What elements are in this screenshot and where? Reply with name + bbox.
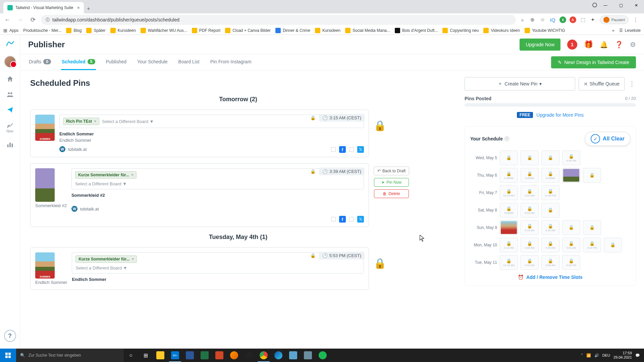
obs-app[interactable] bbox=[241, 349, 256, 362]
edge-app[interactable] bbox=[271, 349, 286, 362]
upgrade-button[interactable]: Upgrade Now bbox=[520, 39, 560, 51]
profile-avatar[interactable] bbox=[4, 56, 16, 68]
schedule-slot[interactable]: 🔒 bbox=[541, 203, 559, 218]
chrome-account-icon[interactable] bbox=[592, 3, 597, 7]
scheduled-time[interactable]: 🕐 5:53 PM (CEST) bbox=[319, 252, 365, 259]
bookmark-item[interactable]: Produktsuche - Mer... bbox=[23, 28, 61, 33]
board-placeholder[interactable]: Select a Different Board ▼ bbox=[102, 119, 154, 124]
notifications-icon[interactable]: 💬 bbox=[635, 353, 640, 358]
schedule-slot[interactable]: 🔒7:42 AM bbox=[521, 255, 539, 270]
bookmark-item[interactable]: Wahlfächer WU Aus... bbox=[141, 28, 187, 33]
cortana-icon[interactable]: ○ bbox=[123, 349, 138, 362]
apps-button[interactable]: ⊞Apps bbox=[3, 28, 18, 33]
schedule-slot[interactable]: 🔒3:48 AM bbox=[521, 238, 539, 252]
start-button[interactable] bbox=[0, 349, 16, 362]
url-input[interactable]: ⓘ tailwindapp.com/dashboard/publisher/qu… bbox=[41, 15, 516, 25]
back-icon[interactable]: ← bbox=[3, 15, 12, 24]
tailwind-logo-icon[interactable] bbox=[5, 39, 15, 48]
bookmark-overflow-icon[interactable]: » bbox=[612, 28, 614, 33]
close-window-icon[interactable]: ✕ bbox=[629, 0, 644, 11]
pin-thumbnail[interactable] bbox=[35, 168, 55, 202]
spotify-app[interactable] bbox=[315, 349, 330, 362]
schedule-slot[interactable]: 🔒9:00 AM bbox=[541, 255, 559, 270]
schedule-slot[interactable]: 🔒 bbox=[583, 220, 601, 235]
tray-clock[interactable]: 17:59 29.04.2021 bbox=[613, 351, 632, 360]
facebook-checkbox[interactable] bbox=[331, 217, 336, 222]
maximize-icon[interactable]: ▢ bbox=[613, 0, 629, 11]
twitter-checkbox[interactable] bbox=[349, 217, 354, 222]
bell-icon[interactable]: 🔔 bbox=[600, 41, 608, 49]
tailwind-create-button[interactable]: ✎ New! Design in Tailwind Create bbox=[551, 56, 636, 68]
bookmark-item[interactable]: Bois d'Argent Duft... bbox=[395, 28, 438, 33]
tray-language[interactable]: DEU bbox=[602, 353, 610, 357]
twitter-icon[interactable]: 𝕏 bbox=[357, 146, 364, 153]
pin-now-button[interactable]: ➤Pin Now bbox=[374, 178, 409, 187]
schedule-slot[interactable]: 🔒2:01 PM bbox=[583, 238, 601, 252]
schedule-slot[interactable]: 🔒5:18 AM bbox=[521, 220, 539, 235]
publisher-icon[interactable] bbox=[6, 106, 14, 114]
bookmark-item[interactable]: Kursideen bbox=[315, 28, 340, 33]
bookmark-item[interactable]: Youtube WICHTIG bbox=[525, 28, 565, 33]
help-icon[interactable]: ❓ bbox=[615, 41, 623, 49]
bookmark-item[interactable]: Social Media Mana... bbox=[345, 28, 390, 33]
site-info-icon[interactable]: ⓘ bbox=[46, 17, 50, 23]
extension-icon-3[interactable]: A bbox=[570, 16, 576, 23]
board-chip[interactable]: Rich Pin TEst × bbox=[63, 118, 99, 125]
schedule-slot[interactable]: 🔒5:01 AM bbox=[562, 238, 580, 252]
tribes-icon[interactable] bbox=[6, 90, 14, 99]
profile-pause-badge[interactable]: Pausiert bbox=[600, 15, 629, 24]
schedule-slot[interactable]: 🔒8:38 AM bbox=[541, 220, 559, 235]
notepad-app[interactable] bbox=[286, 349, 301, 362]
schedule-slot[interactable]: 🔒12:18 AM bbox=[500, 185, 518, 200]
remove-board-icon[interactable]: × bbox=[131, 173, 133, 177]
back-to-draft-button[interactable]: ↶Back to Draft bbox=[374, 167, 409, 175]
word-app[interactable] bbox=[182, 349, 197, 362]
schedule-slot[interactable]: 🔒 bbox=[604, 238, 622, 252]
schedule-slot[interactable]: 🔒2:48AM bbox=[500, 168, 518, 183]
insights-icon[interactable] bbox=[6, 140, 14, 148]
translate-icon[interactable]: ⟐ bbox=[519, 16, 526, 23]
schedule-grid[interactable]: Wed, May 5🔒🔒🔒🔒5:48 PMThu, May 6🔒2:48AM🔒3… bbox=[470, 150, 630, 270]
chrome-app[interactable] bbox=[256, 349, 271, 362]
wifi-icon[interactable]: 📶 bbox=[586, 353, 591, 358]
reload-icon[interactable]: ⟳ bbox=[28, 15, 38, 24]
schedule-slot[interactable]: 🔒3:43AM bbox=[521, 168, 539, 183]
twitter-icon[interactable]: 𝕏 bbox=[357, 216, 364, 223]
remove-board-icon[interactable]: × bbox=[131, 257, 134, 261]
bookmark-item[interactable]: Videokurs Ideen bbox=[483, 28, 520, 33]
pin-thumbnail[interactable] bbox=[35, 115, 55, 141]
minimize-icon[interactable]: — bbox=[598, 0, 613, 11]
schedule-slot[interactable]: 🔒8:20AM bbox=[541, 168, 559, 183]
schedule-slot[interactable] bbox=[500, 220, 518, 235]
browser-tab[interactable]: Tailwind - Visual Marketing Suite × bbox=[3, 2, 84, 13]
tab-your-schedule[interactable]: Your Schedule bbox=[137, 54, 168, 70]
bookmark-item[interactable]: Dinner & Crime bbox=[275, 28, 310, 33]
facebook-checkbox[interactable] bbox=[331, 147, 336, 152]
new-button[interactable]: New bbox=[6, 121, 14, 133]
explorer-app[interactable] bbox=[153, 349, 168, 362]
board-chip[interactable]: Kurze Sommerkleider für... × bbox=[75, 171, 137, 179]
schedule-slot[interactable]: 🔒5:48 PM bbox=[562, 150, 580, 165]
bookmark-star-icon[interactable]: ☆ bbox=[539, 16, 546, 23]
bookmark-item[interactable]: Cload + Canva Bilder bbox=[225, 28, 271, 33]
extensions-menu-icon[interactable]: ✦ bbox=[590, 16, 596, 23]
firefox-app[interactable] bbox=[227, 349, 241, 362]
volume-icon[interactable]: 🔊 bbox=[594, 353, 599, 358]
forward-icon[interactable]: → bbox=[15, 15, 25, 24]
calculator-app[interactable] bbox=[301, 349, 315, 362]
facebook-icon[interactable]: f bbox=[339, 146, 346, 153]
gift-icon[interactable]: 🎁 bbox=[584, 40, 593, 49]
close-tab-icon[interactable]: × bbox=[77, 5, 80, 10]
shuffle-queue-button[interactable]: ⤭ Shuffle Queue bbox=[579, 77, 625, 90]
bookmark-item[interactable]: Kursideen bbox=[110, 28, 136, 33]
tab-drafts[interactable]: Drafts 0 bbox=[28, 54, 52, 70]
tab-published[interactable]: Published bbox=[105, 54, 127, 70]
schedule-slot[interactable]: 🔒 bbox=[521, 150, 539, 165]
notification-badge[interactable]: 1 bbox=[567, 40, 577, 50]
schedule-slot[interactable]: 🔒 bbox=[562, 220, 580, 235]
excel-app[interactable] bbox=[197, 349, 212, 362]
tab-pin-instagram[interactable]: Pin From Instagram bbox=[210, 54, 252, 70]
bookmark-item[interactable]: Später bbox=[86, 28, 105, 33]
scheduled-time[interactable]: 🕐 3:39 AM (CEST) bbox=[319, 168, 365, 175]
pin-thumbnail[interactable] bbox=[35, 252, 55, 279]
